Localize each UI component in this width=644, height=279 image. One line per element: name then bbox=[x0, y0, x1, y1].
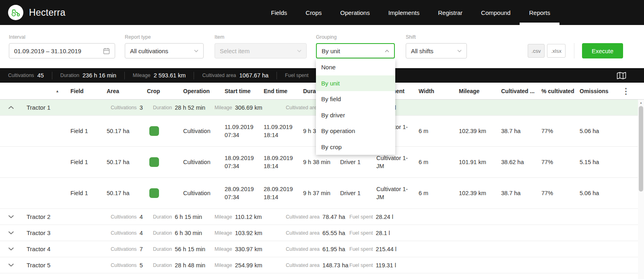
group-row-tractor-5[interactable]: Tractor 5 Cultivations5 Duration28 h 48 … bbox=[0, 257, 644, 273]
column-operation[interactable]: Operation bbox=[178, 83, 220, 99]
interval-label: Interval bbox=[9, 34, 25, 40]
stat-label: Cultivated area bbox=[202, 73, 236, 78]
group-row-tractor-4[interactable]: Tractor 4 Cultivations7 Duration56 h 15 … bbox=[0, 241, 644, 257]
column-area[interactable]: Area bbox=[102, 83, 142, 99]
grouping-select[interactable]: By unit bbox=[316, 43, 395, 58]
column-mileage[interactable]: Mileage bbox=[454, 83, 496, 99]
column-end-time[interactable]: End time bbox=[259, 83, 298, 99]
group-stat-value: 6 h 30 min bbox=[175, 230, 202, 236]
column-crop[interactable]: Crop bbox=[142, 83, 178, 99]
cell-duration: 9 h 37 min bbox=[298, 178, 335, 208]
grouping-option-by-field[interactable]: By field bbox=[316, 91, 395, 107]
map-icon[interactable] bbox=[617, 72, 626, 79]
group-stat-value: 306.69 km bbox=[235, 104, 262, 111]
nav-item-compound[interactable]: Compound bbox=[472, 0, 520, 25]
group-stat-value: 119.31 l bbox=[376, 262, 396, 269]
group-stat-value: 148.73 ha bbox=[322, 262, 349, 269]
group-row-tractor-2[interactable]: Tractor 2 Cultivations4 Duration6 h 15 m… bbox=[0, 209, 644, 225]
nav-label: Operations bbox=[340, 9, 369, 16]
item-label: Item bbox=[215, 34, 224, 40]
cell-cultivated: 38.7 ha bbox=[496, 116, 537, 146]
group-stat-value: 330.97 km bbox=[235, 246, 262, 252]
group-row-tractor-3[interactable]: Tractor 3 Cultivations4 Duration6 h 30 m… bbox=[0, 225, 644, 241]
interval-value: 01.09.2019 – 31.10.2019 bbox=[14, 48, 81, 54]
column-field[interactable]: Field bbox=[66, 83, 102, 99]
item-select[interactable]: Select item bbox=[215, 43, 307, 58]
scroll-up-arrow[interactable]: ▲ bbox=[638, 100, 644, 106]
grouping-option-by-unit[interactable]: By unit bbox=[316, 75, 395, 92]
column-menu-icon[interactable]: ⋮ bbox=[622, 86, 630, 96]
cell-crop bbox=[142, 147, 178, 177]
group-stat-value: 4 bbox=[140, 214, 143, 220]
group-stat-value: 215.44 l bbox=[376, 246, 396, 252]
group-stat-value: 103.92 km bbox=[235, 230, 262, 236]
crop-color-swatch bbox=[149, 126, 159, 136]
scrollbar-thumb[interactable] bbox=[639, 106, 643, 192]
unit-name: Tractor 5 bbox=[27, 262, 88, 269]
nav-item-implements[interactable]: Implements bbox=[379, 0, 429, 25]
group-stat-label: Cultivated area bbox=[286, 105, 320, 110]
time: 07:34 bbox=[225, 131, 259, 139]
group-stat-label: Cultivations bbox=[111, 230, 137, 236]
chevron-down-icon[interactable] bbox=[8, 263, 15, 267]
grouping-option-by-driver[interactable]: By driver bbox=[316, 107, 395, 123]
grouping-option-none[interactable]: None bbox=[316, 59, 395, 75]
hecterra-logo[interactable] bbox=[8, 5, 23, 20]
shift-value: All shifts bbox=[411, 48, 433, 54]
grouping-option-by-crop[interactable]: By crop bbox=[316, 139, 395, 155]
group-stat-label: Cultivated area bbox=[286, 214, 320, 220]
group-stat-label: Cultivations bbox=[111, 214, 137, 220]
column-group-sort[interactable]: ▲ bbox=[0, 83, 66, 99]
stat-fuel-spent: Fuel spent bbox=[277, 72, 320, 79]
chevron-down-icon[interactable] bbox=[8, 247, 15, 251]
column-pct-cultivated[interactable]: % cultivated bbox=[537, 83, 575, 99]
chevron-down-icon bbox=[457, 50, 462, 52]
unit-name: Tractor 1 bbox=[27, 104, 88, 111]
nav-item-operations[interactable]: Operations bbox=[331, 0, 379, 25]
nav-item-reports[interactable]: Reports bbox=[520, 0, 559, 25]
cell-start-time: 11.09.201907:34 bbox=[220, 116, 259, 146]
column-cultivated[interactable]: Cultivated ... bbox=[496, 83, 537, 99]
column-omissions[interactable]: Omissions bbox=[575, 83, 617, 99]
group-stat-value: 28.1 l bbox=[376, 230, 390, 236]
group-stat-label: Duration bbox=[153, 262, 172, 268]
vertical-scrollbar[interactable]: ▲ bbox=[638, 100, 644, 279]
stat-mileage: Mileage 2 593.61 km bbox=[125, 72, 194, 79]
stat-label: Duration bbox=[60, 73, 79, 78]
chevron-down-icon[interactable] bbox=[8, 215, 15, 219]
group-stat-value: 254.99 km bbox=[235, 262, 262, 269]
chevron-down-icon[interactable] bbox=[8, 231, 15, 235]
brand: Hecterra bbox=[8, 5, 66, 20]
nav-item-crops[interactable]: Crops bbox=[296, 0, 331, 25]
stat-cultivations: Cultivations 45 bbox=[0, 72, 52, 79]
cell-start-time: 18.09.201907:34 bbox=[220, 147, 259, 177]
cell-cultivated: 38.7 ha bbox=[496, 178, 537, 208]
group-stat-label: Duration bbox=[153, 214, 172, 220]
table-row: Field 1 50.17 ha Cultivation 28.09.20190… bbox=[0, 178, 644, 209]
column-start-time[interactable]: Start time bbox=[220, 83, 259, 99]
cell-omissions: 5.06 ha bbox=[575, 116, 617, 146]
group-stat-value: 3 bbox=[140, 104, 143, 111]
group-stat-value: 65.55 ha bbox=[322, 230, 345, 236]
chevron-up-icon[interactable] bbox=[8, 106, 15, 109]
group-stat-label: Cultivations bbox=[111, 262, 137, 268]
column-width[interactable]: Width bbox=[414, 83, 454, 99]
hecterra-app: Hecterra Fields Crops Operations Impleme… bbox=[0, 0, 644, 279]
shift-label: Shift bbox=[406, 34, 416, 40]
grouping-option-by-operation[interactable]: By operation bbox=[316, 123, 395, 139]
export-xlsx-button[interactable]: .xlsx bbox=[547, 44, 566, 58]
interval-input[interactable]: 01.09.2019 – 31.10.2019 bbox=[9, 43, 115, 58]
shift-select[interactable]: All shifts bbox=[406, 43, 467, 58]
calendar-icon[interactable] bbox=[103, 48, 110, 54]
report-type-value: All cultivations bbox=[130, 48, 168, 54]
export-csv-button[interactable]: .csv bbox=[528, 44, 545, 58]
sort-asc-icon[interactable]: ▲ bbox=[56, 89, 59, 93]
cell-omissions: 5.06 ha bbox=[575, 178, 617, 208]
nav-item-fields[interactable]: Fields bbox=[262, 0, 296, 25]
report-type-select[interactable]: All cultivations bbox=[125, 43, 204, 58]
group-stat-value: 28.24 l bbox=[376, 214, 393, 220]
group-stat-label: Fuel spent bbox=[349, 230, 373, 236]
execute-button[interactable]: Execute bbox=[582, 43, 623, 58]
cell-operation: Cultivation bbox=[178, 116, 220, 146]
nav-item-registrar[interactable]: Registrar bbox=[429, 0, 472, 25]
